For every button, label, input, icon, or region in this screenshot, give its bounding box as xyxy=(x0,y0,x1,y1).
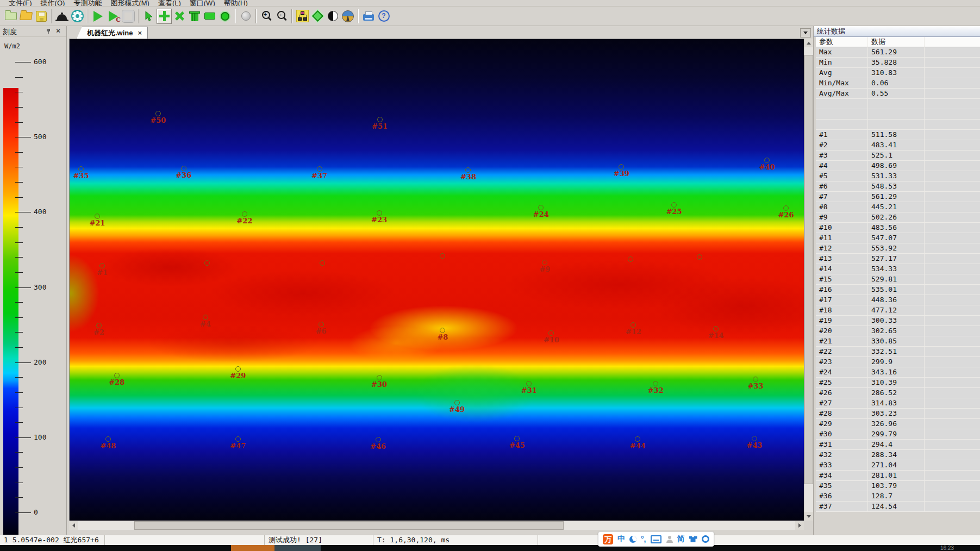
stats-cell: 103.79 xyxy=(868,481,925,491)
menu-item[interactable]: 查看(L) xyxy=(158,0,181,7)
keyboard-icon[interactable] xyxy=(651,535,661,543)
stats-row: #5531.33 xyxy=(816,171,980,181)
heatmap-viewport[interactable]: #1#2#4#6#8#9#10#12#14#21#22#23#24#25#26#… xyxy=(69,39,804,521)
user-icon[interactable] xyxy=(666,536,673,543)
zoom-in-button[interactable]: + xyxy=(259,9,274,24)
delete-all-button[interactable] xyxy=(187,9,202,24)
scale-tick xyxy=(15,122,23,123)
menu-item[interactable]: 窗口(W) xyxy=(190,0,215,7)
tab-list-dropdown[interactable] xyxy=(800,28,811,37)
settings-button[interactable] xyxy=(70,9,85,24)
status-message: 测试成功! [27] xyxy=(265,535,373,545)
ime-toolbar[interactable]: 万 中 °, 简 xyxy=(598,531,714,547)
terrain-button[interactable] xyxy=(340,9,355,24)
ime-mode[interactable]: 中 xyxy=(617,534,625,544)
menu-item[interactable]: 帮助(H) xyxy=(224,0,248,7)
toolbar-separator xyxy=(51,9,52,23)
device-button[interactable] xyxy=(54,9,70,24)
scroll-up-button[interactable] xyxy=(804,39,813,47)
run-button[interactable] xyxy=(90,9,105,24)
stats-cell xyxy=(925,192,980,202)
ime-settings-icon[interactable] xyxy=(702,535,709,543)
stats-cell: #7 xyxy=(816,192,868,202)
ime-simplified[interactable]: 简 xyxy=(677,534,685,544)
tab-close-icon[interactable]: × xyxy=(138,29,142,37)
stats-cell xyxy=(925,450,980,460)
stats-cell: #34 xyxy=(816,471,868,480)
taskbar-item[interactable] xyxy=(274,545,321,551)
status-source: 1 5.0547e-002 红光657+6 xyxy=(0,535,105,545)
open-folder-icon xyxy=(20,12,33,20)
zoom-out-button[interactable]: - xyxy=(274,9,289,24)
stats-cell xyxy=(925,429,980,439)
stats-cell: #3 xyxy=(816,151,868,160)
save-button[interactable] xyxy=(34,9,49,24)
stats-row: #12553.92 xyxy=(816,243,980,254)
open-file-button[interactable] xyxy=(18,9,34,24)
scroll-right-button[interactable] xyxy=(795,521,804,530)
stats-row: #29326.96 xyxy=(816,419,980,429)
vertical-scroll-thumb[interactable] xyxy=(804,55,813,484)
taskbar-item-active[interactable] xyxy=(231,545,274,551)
stats-cell xyxy=(925,326,980,336)
menu-item[interactable]: 文件(F) xyxy=(9,0,32,7)
menu-item[interactable]: 操作(O) xyxy=(41,0,65,7)
scale-tick xyxy=(15,257,23,258)
point-ring-icon xyxy=(105,436,111,442)
ime-logo[interactable]: 万 xyxy=(603,534,613,544)
menu-item[interactable]: 图形模式(M) xyxy=(110,0,149,7)
help-icon: ? xyxy=(378,10,390,22)
stats-cell xyxy=(925,47,980,57)
diamond-button[interactable] xyxy=(310,9,325,24)
add-point-button[interactable] xyxy=(157,9,172,24)
topology-button[interactable] xyxy=(295,9,310,24)
scale-tick xyxy=(15,272,23,273)
point-ring-icon xyxy=(465,167,471,173)
stats-cell: #9 xyxy=(816,212,868,222)
point-label: #29 xyxy=(230,372,246,380)
stats-cell: #31 xyxy=(816,440,868,449)
scale-tick xyxy=(15,212,31,212)
print-button[interactable] xyxy=(361,9,376,24)
stats-cell xyxy=(925,367,980,377)
stats-row: #10483.56 xyxy=(816,223,980,233)
run-continuous-button[interactable]: C xyxy=(105,9,121,24)
scale-tick xyxy=(15,242,23,243)
new-file-button[interactable] xyxy=(3,9,18,24)
ime-punct[interactable]: °, xyxy=(641,535,646,543)
stats-cell xyxy=(925,223,980,233)
stats-cell: 548.53 xyxy=(868,181,925,191)
stats-cell: #8 xyxy=(816,202,868,212)
ellipse-tool-button[interactable] xyxy=(217,9,233,24)
stats-empty-row xyxy=(816,120,980,130)
scale-tick-label: 400 xyxy=(34,208,46,216)
point-ring-icon xyxy=(95,214,100,219)
record-button[interactable] xyxy=(238,9,253,24)
skin-icon[interactable] xyxy=(689,536,697,542)
horizontal-scrollbar[interactable] xyxy=(69,521,804,530)
stats-cell: 561.29 xyxy=(868,192,925,202)
moon-icon[interactable] xyxy=(629,536,636,543)
menu-item[interactable]: 专测功能 xyxy=(73,0,102,7)
vertical-scrollbar[interactable] xyxy=(804,39,813,521)
select-cursor-button[interactable] xyxy=(141,9,157,24)
point-ring-icon xyxy=(653,381,658,386)
help-button[interactable]: ? xyxy=(376,9,391,24)
contrast-button[interactable] xyxy=(325,9,340,24)
stop-button[interactable] xyxy=(121,9,136,24)
scroll-left-button[interactable] xyxy=(69,521,78,530)
stats-cell: 310.83 xyxy=(868,68,925,78)
rect-tool-button[interactable] xyxy=(202,9,217,24)
stats-cell xyxy=(925,316,980,325)
status-timing: T: 1,6,30,120, ms xyxy=(373,535,538,545)
tab-active[interactable]: 机器红光.wine× xyxy=(77,27,148,39)
horizontal-scroll-thumb[interactable] xyxy=(134,521,564,530)
toolbar-separator xyxy=(291,9,292,23)
toolbar-separator xyxy=(358,9,359,23)
scale-tick xyxy=(15,437,31,438)
stats-cell xyxy=(868,99,925,109)
stats-cell: #18 xyxy=(816,305,868,315)
scroll-down-button[interactable] xyxy=(804,512,813,521)
scale-tick xyxy=(15,167,23,167)
delete-point-button[interactable] xyxy=(172,9,187,24)
